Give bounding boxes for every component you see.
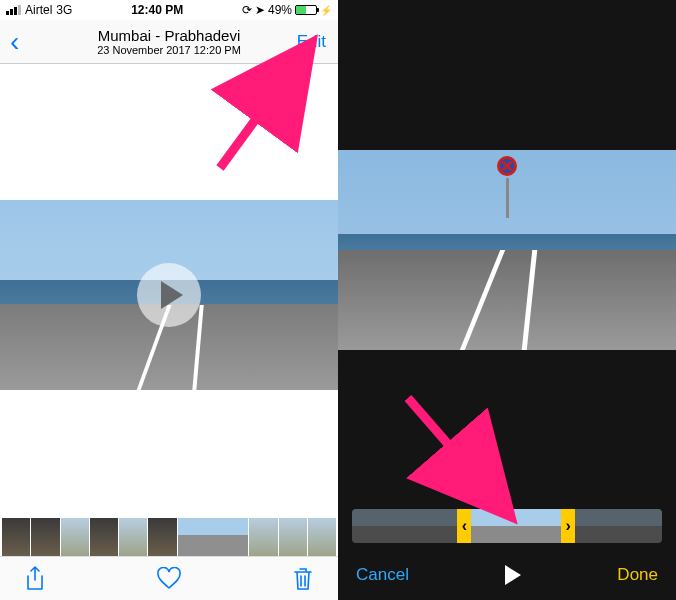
heart-icon (156, 567, 182, 591)
status-bar: Airtel 3G 12:40 PM ⟳ ➤ 49% ⚡ (0, 0, 338, 20)
thumb-item[interactable] (249, 518, 277, 556)
thumb-item[interactable] (61, 518, 89, 556)
title-stack: Mumbai - Prabhadevi 23 November 2017 12:… (0, 27, 338, 56)
play-icon (161, 281, 183, 309)
battery-icon (295, 5, 317, 15)
charging-icon: ⚡ (320, 5, 332, 16)
signal-bars-icon (6, 5, 21, 15)
thumb-item[interactable] (119, 518, 147, 556)
network-label: 3G (56, 3, 72, 17)
road-sign (497, 158, 517, 218)
editor-thumbnail (338, 150, 676, 350)
video-editor-screen: ‹ › Cancel Done (338, 0, 676, 600)
share-button[interactable] (24, 566, 46, 592)
share-icon (24, 566, 46, 592)
editor-play-button[interactable] (505, 565, 521, 585)
back-button[interactable]: ‹ (10, 28, 19, 56)
annotation-arrow-edit (210, 48, 320, 182)
status-left: Airtel 3G (6, 3, 72, 17)
location-icon: ➤ (255, 3, 265, 17)
page-title: Mumbai - Prabhadevi (0, 27, 338, 44)
status-right: ⟳ ➤ 49% ⚡ (242, 3, 332, 17)
nav-bar: ‹ Mumbai - Prabhadevi 23 November 2017 1… (0, 20, 338, 64)
play-button[interactable] (137, 263, 201, 327)
bottom-toolbar (0, 556, 338, 600)
edit-button[interactable]: Edit (297, 32, 326, 52)
clock-label: 12:40 PM (131, 3, 183, 17)
thumbnail-scrubber[interactable] (0, 518, 338, 556)
battery-percent: 49% (268, 3, 292, 17)
trim-handle-start[interactable]: ‹ (457, 509, 471, 543)
trim-selection[interactable]: ‹ › (457, 509, 575, 543)
thumb-item[interactable] (90, 518, 118, 556)
thumb-item[interactable] (2, 518, 30, 556)
editor-toolbar: Cancel Done (338, 550, 676, 600)
thumb-item[interactable] (148, 518, 176, 556)
carrier-label: Airtel (25, 3, 52, 17)
favorite-button[interactable] (156, 567, 182, 591)
photos-detail-screen: Airtel 3G 12:40 PM ⟳ ➤ 49% ⚡ ‹ Mumbai - … (0, 0, 338, 600)
thumb-item[interactable] (308, 518, 336, 556)
video-preview[interactable] (0, 200, 338, 390)
rotation-lock-icon: ⟳ (242, 3, 252, 17)
trim-track[interactable]: ‹ › (352, 509, 662, 543)
trash-icon (292, 566, 314, 592)
editor-preview[interactable] (338, 150, 676, 350)
page-subtitle: 23 November 2017 12:20 PM (0, 44, 338, 56)
thumb-item[interactable] (279, 518, 307, 556)
thumb-item-current[interactable] (178, 518, 249, 556)
trimmer[interactable]: ‹ › (352, 506, 662, 546)
thumb-item[interactable] (31, 518, 59, 556)
done-button[interactable]: Done (617, 565, 658, 585)
trim-handle-end[interactable]: › (561, 509, 575, 543)
cancel-button[interactable]: Cancel (356, 565, 409, 585)
delete-button[interactable] (292, 566, 314, 592)
